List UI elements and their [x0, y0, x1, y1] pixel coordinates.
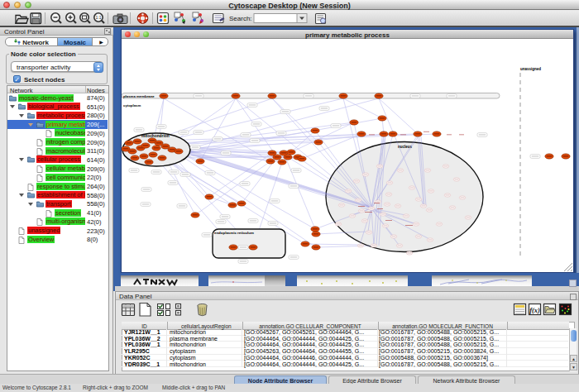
- svg-text:f(x): f(x): [529, 306, 540, 314]
- svg-text:endoplasmic reticulum: endoplasmic reticulum: [214, 231, 254, 235]
- svg-text:plasma membrane: plasma membrane: [123, 94, 155, 98]
- svg-text:cytoplasm: cytoplasm: [123, 103, 141, 108]
- svg-text:Search:: Search:: [229, 15, 252, 22]
- svg-text:unassigned: unassigned: [520, 67, 541, 71]
- svg-text:mitochondrion: mitochondrion: [141, 134, 170, 138]
